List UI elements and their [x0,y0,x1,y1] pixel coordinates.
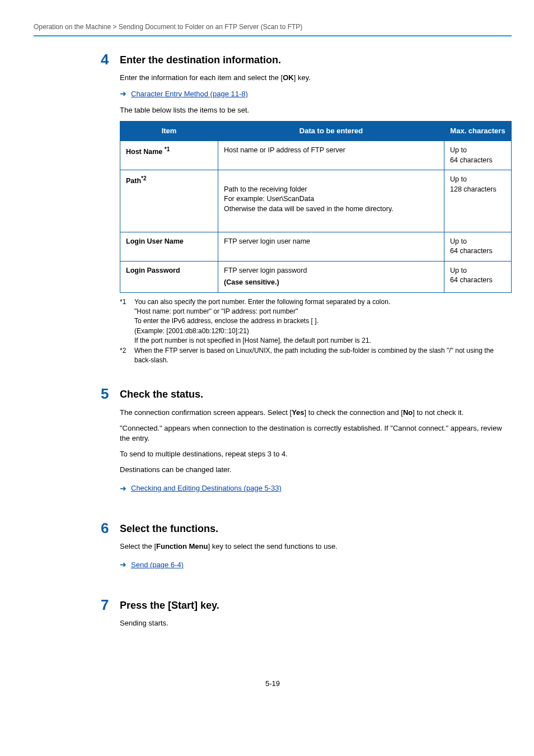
table-row: Path*2 Path to the receiving folder For … [120,170,512,232]
step-text: Sending starts. [120,618,512,628]
table-row: Host Name *1 Host name or IP address of … [120,141,512,170]
step-text: The table below lists the items to be se… [120,105,512,115]
header-rule [34,35,512,36]
step-number: 4 [101,52,120,67]
breadcrumb: Operation on the Machine > Sending Docum… [34,22,512,32]
step-text: Enter the information for each item and … [120,73,512,83]
step-title: Select the functions. [120,522,512,536]
step-number: 5 [101,386,120,401]
step-text: Select the [Function Menu] key to select… [120,542,512,552]
arrow-icon: ➜ [120,559,127,571]
step-text: Destinations can be changed later. [120,465,512,475]
arrow-icon: ➜ [120,483,127,494]
link-text: Character Entry Method (page 11-8) [131,89,248,99]
col-header-max: Max. characters [444,121,512,141]
xref-link[interactable]: ➜ Checking and Editing Destinations (pag… [120,483,512,494]
settings-table: Item Data to be entered Max. characters … [120,121,512,293]
footnotes: *1 You can also specify the port number.… [120,297,512,366]
xref-link[interactable]: ➜ Character Entry Method (page 11-8) [120,88,512,100]
step-title: Press the [Start] key. [120,599,512,613]
table-row: Login User Name FTP server login user na… [120,232,512,261]
link-text: Checking and Editing Destinations (page … [131,483,282,493]
col-header-data: Data to be entered [218,121,444,141]
step-title: Check the status. [120,388,512,402]
step-title: Enter the destination information. [120,53,512,67]
step-7: 7 Press the [Start] key. Sending starts. [101,599,512,634]
step-number: 6 [101,521,120,535]
xref-link[interactable]: ➜ Send (page 6-4) [120,559,512,571]
col-header-item: Item [120,121,218,141]
table-row: Login Password FTP server login password… [120,261,512,292]
step-5: 5 Check the status. The connection confi… [101,388,512,500]
step-4: 4 Enter the destination information. Ent… [101,53,512,382]
step-6: 6 Select the functions. Select the [Func… [101,522,512,576]
arrow-icon: ➜ [120,88,127,100]
link-text: Send (page 6-4) [131,560,184,570]
table-header-row: Item Data to be entered Max. characters [120,121,512,141]
step-number: 7 [101,598,120,612]
step-text: The connection confirmation screen appea… [120,408,512,418]
step-text: "Connected." appears when connection to … [120,423,512,444]
page-number: 5-19 [34,679,512,689]
step-text: To send to multiple destinations, repeat… [120,449,512,459]
